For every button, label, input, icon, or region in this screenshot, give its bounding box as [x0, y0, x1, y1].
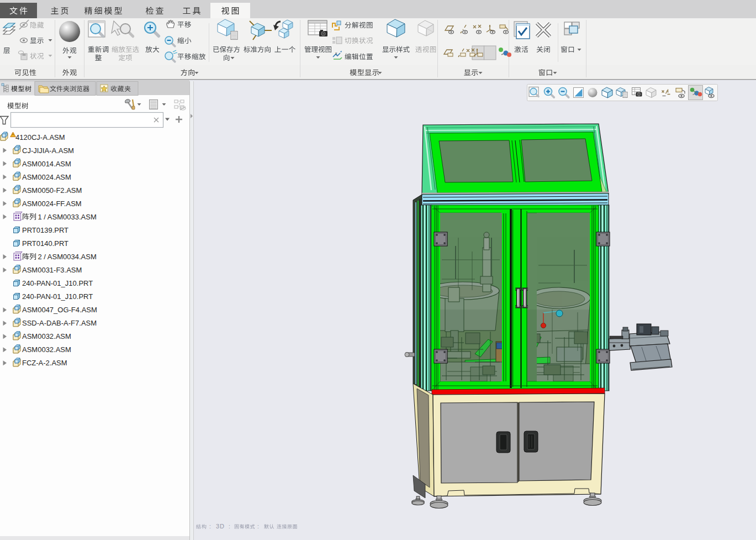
svg-text::: :: [209, 523, 211, 529]
svg-text:ASM0024.ASM: ASM0024.ASM: [22, 173, 71, 181]
svg-text:3D: 3D: [216, 523, 225, 529]
svg-text:PRT0140.PRT: PRT0140.PRT: [22, 239, 68, 248]
svg-text:CJ-JIJIA-A.ASM: CJ-JIJIA-A.ASM: [22, 146, 74, 155]
svg-text:SSD-A-DAB-A-F7.ASM: SSD-A-DAB-A-F7.ASM: [22, 319, 97, 327]
svg-text:x: x: [335, 51, 337, 55]
svg-text:ASM0050-F2.ASM: ASM0050-F2.ASM: [22, 186, 82, 195]
svg-text:1 / ASM0033.ASM: 1 / ASM0033.ASM: [38, 213, 97, 221]
svg-text:ASM0047_OG-F4.ASM: ASM0047_OG-F4.ASM: [22, 306, 97, 314]
svg-text:ASM0014.ASM: ASM0014.ASM: [22, 160, 71, 168]
svg-text:2 / ASM0034.ASM: 2 / ASM0034.ASM: [38, 253, 97, 261]
svg-text:4120CJ-A.ASM: 4120CJ-A.ASM: [15, 133, 65, 141]
svg-text:PRT0139.PRT: PRT0139.PRT: [22, 226, 68, 234]
svg-text:FCZ-A-2.ASM: FCZ-A-2.ASM: [22, 359, 67, 367]
svg-text:240-PAN-01_J10.PRT: 240-PAN-01_J10.PRT: [22, 292, 93, 301]
svg-text:ASM0032.ASM: ASM0032.ASM: [22, 332, 71, 340]
svg-text:ASM0032.ASM: ASM0032.ASM: [22, 345, 71, 354]
svg-text::: :: [257, 523, 259, 529]
svg-text::: :: [229, 523, 230, 529]
svg-text:240-PAN-01_J10.PRT: 240-PAN-01_J10.PRT: [22, 279, 93, 287]
svg-text:ASM0031-F3.ASM: ASM0031-F3.ASM: [22, 266, 82, 274]
svg-text:ASM0024-FF.ASM: ASM0024-FF.ASM: [22, 200, 82, 208]
